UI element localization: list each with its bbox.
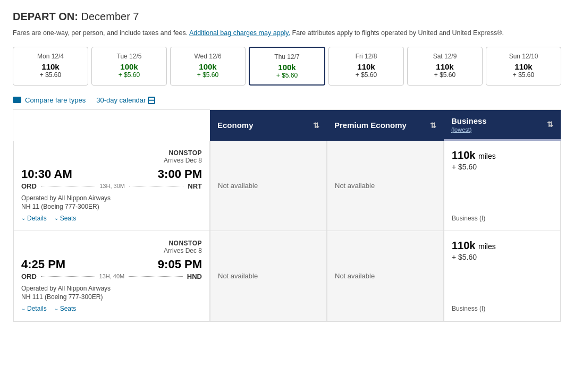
- date-label: Tue 12/5: [96, 53, 162, 60]
- date-label: Fri 12/8: [333, 53, 399, 60]
- date-fees: + $5.60: [412, 71, 478, 79]
- origin-airport: ORD: [21, 272, 37, 280]
- flight-info-1: NONSTOP Arrives Dec 8 4:25 PM 9:05 PM OR…: [13, 231, 210, 321]
- route-line: [41, 186, 95, 186]
- seats-link[interactable]: ⌄ Seats: [54, 305, 77, 312]
- fare-info-text: Fares are one-way, per person, and inclu…: [13, 29, 188, 37]
- flight-links: ⌄ Details ⌄ Seats: [21, 305, 202, 312]
- business-fare-top: 110k miles + $5.60: [452, 149, 496, 173]
- flight-info-0: NONSTOP Arrives Dec 8 10:30 AM 3:00 PM O…: [13, 141, 210, 231]
- date-label: Mon 12/4: [18, 53, 83, 60]
- business-cell-0[interactable]: 110k miles + $5.60 Business (I): [444, 141, 561, 231]
- economy-col-header: Economy ⇅: [210, 110, 327, 141]
- flight-operator: Operated by All Nippon Airways: [21, 285, 202, 292]
- arrive-time: 9:05 PM: [158, 258, 202, 271]
- date-miles: 100k: [254, 63, 320, 72]
- date-fees: + $5.60: [333, 71, 399, 79]
- flight-times: 10:30 AM 3:00 PM: [21, 167, 202, 181]
- date-fees: + $5.60: [96, 71, 162, 79]
- seats-link[interactable]: ⌄ Seats: [54, 215, 77, 222]
- flight-arrives: Arrives Dec 8: [21, 157, 202, 164]
- date-card[interactable]: Tue 12/5 100k + $5.60: [91, 47, 167, 86]
- date-label: Sun 12/10: [491, 53, 556, 60]
- premium-sort-icon[interactable]: ⇅: [430, 121, 436, 130]
- seats-chevron: ⌄: [54, 215, 58, 221]
- route-line: [41, 276, 95, 277]
- flight-col-header: [13, 110, 210, 141]
- bag-charges-link[interactable]: Additional bag charges may apply.: [189, 29, 290, 37]
- flight-aircraft: NH 11 (Boeing 777-300ER): [21, 203, 202, 210]
- date-miles: 110k: [412, 62, 478, 71]
- date-label: Thu 12/7: [254, 53, 320, 61]
- arrive-time: 3:00 PM: [158, 167, 202, 181]
- route-line-2: [129, 186, 183, 186]
- origin-airport: ORD: [21, 182, 37, 190]
- date-selector: Mon 12/4 110k + $5.60 Tue 12/5 100k + $5…: [13, 47, 561, 86]
- premium-economy-cell-1: Not available: [327, 231, 444, 321]
- details-chevron: ⌄: [21, 215, 26, 221]
- date-card[interactable]: Wed 12/6 100k + $5.60: [170, 47, 246, 86]
- flight-route: ORD 13H, 30M NRT: [21, 182, 202, 190]
- flight-aircraft: NH 111 (Boeing 777-300ER): [21, 293, 202, 301]
- fare-info-suffix: Fare attributes apply to flights operate…: [292, 29, 504, 37]
- date-miles: 110k: [18, 62, 83, 71]
- business-fees: + $5.60: [452, 253, 496, 261]
- date-fees: + $5.60: [491, 71, 556, 79]
- flight-times: 4:25 PM 9:05 PM: [21, 258, 202, 271]
- business-cell-1[interactable]: 110k miles + $5.60 Business (I): [444, 231, 561, 321]
- business-fare-top: 110k miles + $5.60: [452, 240, 496, 263]
- date-fees: + $5.60: [175, 71, 241, 79]
- depart-date: December 7: [81, 11, 139, 22]
- date-label: Wed 12/6: [175, 53, 241, 60]
- business-miles: 110k miles: [452, 149, 496, 161]
- business-miles: 110k miles: [452, 240, 496, 252]
- economy-cell-0: Not available: [210, 141, 327, 231]
- dest-airport: HND: [187, 272, 202, 280]
- business-col-header: Business (lowest) ⇅: [444, 110, 561, 141]
- tools-row: Compare fare types 30-day calendar: [13, 96, 561, 104]
- premium-economy-cell-0: Not available: [327, 141, 444, 231]
- date-fees: + $5.60: [18, 71, 83, 79]
- date-label: Sat 12/9: [412, 53, 478, 60]
- date-card[interactable]: Sat 12/9 110k + $5.60: [407, 47, 483, 86]
- seats-chevron: ⌄: [54, 305, 58, 311]
- depart-time: 4:25 PM: [21, 258, 65, 271]
- flight-route: ORD 13H, 40M HND: [21, 272, 202, 280]
- calendar-icon: [148, 97, 155, 104]
- compare-fare-types-link[interactable]: Compare fare types: [13, 96, 86, 104]
- economy-sort-icon[interactable]: ⇅: [313, 121, 319, 130]
- business-sort-icon[interactable]: ⇅: [547, 120, 553, 129]
- date-miles: 100k: [96, 62, 162, 71]
- date-fees: + $5.60: [254, 72, 320, 79]
- economy-cell-1: Not available: [210, 231, 327, 321]
- date-card[interactable]: Mon 12/4 110k + $5.60: [13, 47, 88, 86]
- date-miles: 100k: [175, 62, 241, 71]
- route-line-2: [129, 276, 183, 277]
- date-miles: 110k: [491, 62, 556, 71]
- date-card[interactable]: Sun 12/10 110k + $5.60: [486, 47, 561, 86]
- flight-operator: Operated by All Nippon Airways: [21, 194, 202, 202]
- calendar-30day-link[interactable]: 30-day calendar: [96, 96, 155, 104]
- details-chevron: ⌄: [21, 305, 26, 311]
- suitcase-icon: [13, 97, 21, 103]
- business-lowest-badge: (lowest): [451, 126, 487, 133]
- business-class: Business (I): [452, 215, 485, 222]
- flight-links: ⌄ Details ⌄ Seats: [21, 215, 202, 222]
- flight-grid: Economy ⇅ Premium Economy ⇅ Business (lo…: [13, 109, 561, 322]
- date-card[interactable]: Fri 12/8 110k + $5.60: [328, 47, 404, 86]
- premium-economy-col-header: Premium Economy ⇅: [327, 110, 444, 141]
- date-card[interactable]: Thu 12/7 100k + $5.60: [249, 47, 325, 86]
- flight-nonstop: NONSTOP: [21, 240, 202, 247]
- flight-duration: 13H, 40M: [99, 273, 125, 279]
- dest-airport: NRT: [188, 182, 202, 190]
- details-link[interactable]: ⌄ Details: [21, 305, 47, 312]
- depart-header: DEPART ON: December 7: [13, 11, 561, 23]
- flight-duration: 13H, 30M: [99, 183, 125, 189]
- depart-time: 10:30 AM: [21, 167, 72, 181]
- date-miles: 110k: [333, 62, 399, 71]
- flight-nonstop: NONSTOP: [21, 149, 202, 157]
- details-link[interactable]: ⌄ Details: [21, 215, 47, 222]
- flight-arrives: Arrives Dec 8: [21, 247, 202, 254]
- depart-label: DEPART ON:: [13, 11, 78, 22]
- fare-info-row: Fares are one-way, per person, and inclu…: [13, 28, 561, 38]
